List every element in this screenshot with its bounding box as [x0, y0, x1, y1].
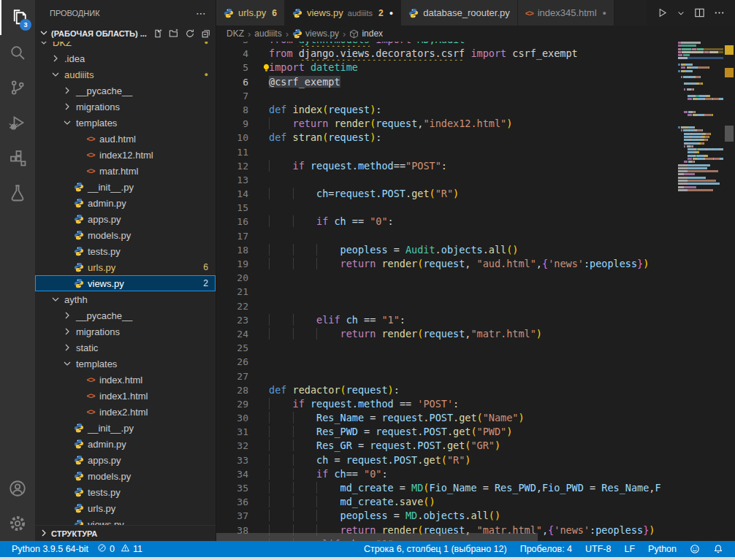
- tree-item-apps.py[interactable]: apps.py: [35, 211, 216, 227]
- problems-status[interactable]: 011: [93, 543, 147, 555]
- tree-item-admin.py[interactable]: admin.py: [35, 436, 216, 452]
- tree-item-index.html[interactable]: <>index.html: [35, 372, 216, 388]
- tree-item-__pycache__[interactable]: __pycache__: [35, 307, 216, 323]
- python-interpreter-status[interactable]: Python 3.9.5 64-bit: [7, 544, 93, 554]
- tree-item-admin.py[interactable]: admin.py: [35, 195, 216, 211]
- code-line[interactable]: 18 peopless = Audit.objects.all(): [216, 243, 678, 257]
- new-file-icon[interactable]: [153, 28, 163, 39]
- code-line[interactable]: 26: [216, 355, 678, 369]
- horizontal-scrollbar[interactable]: [216, 533, 538, 541]
- code-line[interactable]: 5import datetime: [216, 61, 678, 74]
- tree-item-models.py[interactable]: models.py: [35, 468, 216, 484]
- sidebar-more-actions-icon[interactable]: ⋯: [196, 7, 207, 19]
- code-line[interactable]: 22: [216, 299, 678, 313]
- tree-item-urls.py[interactable]: urls.py6: [35, 259, 216, 275]
- code-line[interactable]: 30 Res_Name = request.POST.get("Name"): [216, 411, 678, 425]
- code-line[interactable]: 24 return render(request,"matr.html"): [216, 327, 678, 341]
- activity-source-control-icon[interactable]: [0, 70, 35, 105]
- tree-item-tests.py[interactable]: tests.py: [35, 243, 216, 259]
- code-line[interactable]: 19 return render(request, "aud.html",{'n…: [216, 257, 678, 271]
- code-line[interactable]: 27: [216, 369, 678, 383]
- tree-item-views.py[interactable]: views.py2: [35, 275, 216, 291]
- breadcrumb-index[interactable]: index: [349, 28, 383, 39]
- tab-views.py[interactable]: views.pyaudiiits2●: [285, 0, 401, 26]
- code-line[interactable]: 15: [216, 201, 678, 215]
- code-line[interactable]: 12 if request.method=="POST":: [216, 159, 678, 173]
- code-line[interactable]: 17: [216, 229, 678, 243]
- code-line[interactable]: 34 if ch== "0":: [216, 467, 678, 481]
- code-line[interactable]: 3from aythh.models import MD,Audit: [216, 42, 678, 47]
- tree-item-urls.py[interactable]: urls.py: [35, 500, 216, 516]
- breadcrumb-audiiits[interactable]: audiiits: [254, 28, 281, 39]
- tree-item-tests.py[interactable]: tests.py: [35, 484, 216, 500]
- code-line[interactable]: 21: [216, 285, 678, 299]
- tree-item-templates[interactable]: templates: [35, 356, 216, 372]
- tree-item-index2.html[interactable]: <>index2.html: [35, 404, 216, 420]
- code-line[interactable]: 4from django.views.decorators.csrf impor…: [216, 47, 678, 61]
- overview-ruler-scrollbar[interactable]: [723, 42, 735, 541]
- more-actions-icon[interactable]: [714, 7, 725, 18]
- tree-item-aud.html[interactable]: <>aud.html: [35, 131, 216, 147]
- outline-section-header[interactable]: СТРУКТУРА: [35, 525, 216, 541]
- activity-testing-icon[interactable]: [0, 175, 35, 210]
- breadcrumb-views.py[interactable]: views.py: [292, 28, 339, 39]
- tree-item-.idea[interactable]: .idea: [35, 50, 216, 66]
- code-line[interactable]: 31 Res_PWD = request.POST.get("PWD"): [216, 425, 678, 439]
- new-folder-icon[interactable]: [169, 28, 179, 39]
- code-line[interactable]: 37 peopless = MD.objects.all(): [216, 509, 678, 523]
- code-line[interactable]: 29 if request.method == 'POST':: [216, 397, 678, 411]
- code-line[interactable]: 14 ch=request.POST.get("R"): [216, 187, 678, 201]
- feedback-icon[interactable]: [685, 544, 704, 554]
- tree-item-audiiits[interactable]: audiiits●: [35, 66, 216, 83]
- tree-item-static[interactable]: static: [35, 340, 216, 356]
- tree-item-views.py[interactable]: views.py: [35, 516, 216, 525]
- notifications-bell-icon[interactable]: [709, 544, 728, 554]
- tree-item-index12.html[interactable]: <>index12.html: [35, 147, 216, 163]
- tree-item-index1.html[interactable]: <>index1.html: [35, 388, 216, 404]
- activity-extensions-icon[interactable]: [0, 140, 35, 175]
- tree-item-DKZ[interactable]: DKZ●: [35, 42, 216, 50]
- tree-item-__init__.py[interactable]: __init__.py: [35, 420, 216, 436]
- code-line[interactable]: 28def redactor(request):: [216, 383, 678, 397]
- code-line[interactable]: 11: [216, 145, 678, 159]
- code-line[interactable]: 23 elif ch == "1":: [216, 313, 678, 327]
- tree-item-migrations[interactable]: migrations: [35, 323, 216, 340]
- tab-index345.html[interactable]: <>index345.html●: [518, 0, 614, 26]
- workspace-section-header[interactable]: (РАБОЧАЯ ОБЛАСТЬ) ...: [35, 26, 216, 42]
- cursor-position-status[interactable]: Строка 6, столбец 1 (выбрано 12): [359, 544, 511, 554]
- tree-item-__pycache__[interactable]: __pycache__: [35, 83, 216, 99]
- activity-search-icon[interactable]: [0, 35, 35, 70]
- tree-item-__init__.py[interactable]: __init__.py: [35, 179, 216, 195]
- code-line[interactable]: 13: [216, 173, 678, 187]
- minimap[interactable]: [678, 42, 723, 541]
- code-line[interactable]: 10def stran(request):: [216, 131, 678, 145]
- encoding-status[interactable]: UTF-8: [581, 544, 615, 554]
- tab-database_roouter.py[interactable]: database_roouter.py: [401, 0, 518, 26]
- eol-status[interactable]: LF: [620, 544, 639, 554]
- collapse-all-icon[interactable]: [201, 28, 211, 39]
- code-line[interactable]: 25: [216, 341, 678, 355]
- run-dropdown-icon[interactable]: [677, 9, 685, 18]
- split-editor-icon[interactable]: [694, 7, 705, 18]
- language-mode-status[interactable]: Python: [644, 544, 681, 554]
- tree-item-aythh[interactable]: aythh: [35, 291, 216, 307]
- tree-item-matr.html[interactable]: <>matr.html: [35, 163, 216, 179]
- activity-account-icon[interactable]: [0, 471, 35, 506]
- tree-item-models.py[interactable]: models.py: [35, 227, 216, 243]
- code-line[interactable]: 32 Res_GR = request.POST.get("GR"): [216, 439, 678, 453]
- indentation-status[interactable]: Пробелов: 4: [516, 544, 576, 554]
- tree-item-templates[interactable]: templates: [35, 115, 216, 131]
- activity-settings-icon[interactable]: [0, 506, 35, 541]
- tab-urls.py[interactable]: urls.py6: [216, 0, 285, 26]
- code-line[interactable]: 8def index(request):: [216, 103, 678, 117]
- tree-item-migrations[interactable]: migrations: [35, 99, 216, 115]
- code-line[interactable]: 7: [216, 89, 678, 103]
- code-line[interactable]: 36 md_create.save(): [216, 495, 678, 509]
- activity-explorer-icon[interactable]: 3: [0, 0, 35, 35]
- activity-run-debug-icon[interactable]: [0, 105, 35, 140]
- run-button[interactable]: [657, 7, 668, 18]
- breadcrumb-DKZ[interactable]: DKZ: [226, 28, 244, 39]
- code-line[interactable]: 33 ch = request.POST.get("R"): [216, 453, 678, 467]
- code-line[interactable]: 16 if ch == "0":: [216, 215, 678, 229]
- code-line[interactable]: 20: [216, 271, 678, 285]
